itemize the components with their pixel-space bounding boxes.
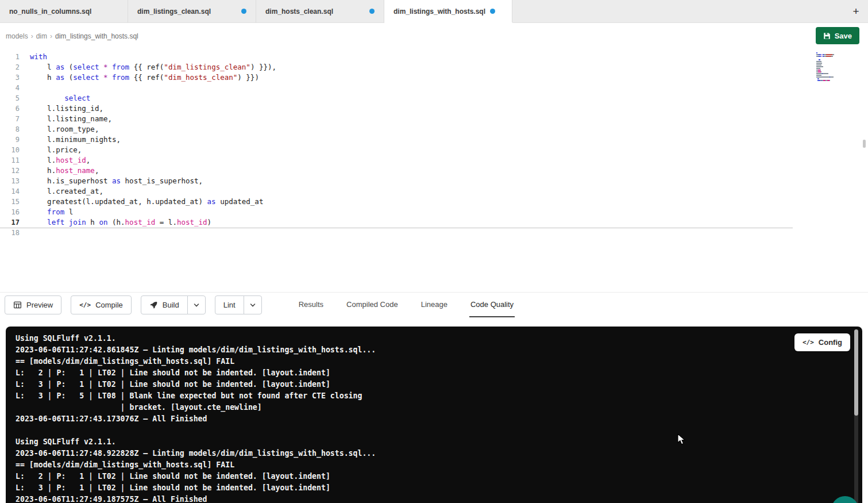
breadcrumb-item[interactable]: models: [6, 32, 28, 40]
terminal-line: 2023-06-06T11:27:42.861845Z — Linting mo…: [16, 344, 839, 356]
code-line[interactable]: 12 h.host_name,: [0, 166, 793, 176]
ide-window: no_nulls_in_columns.sqldim_listings_clea…: [0, 0, 868, 503]
compile-code-icon: </>: [79, 301, 91, 309]
tab-label: dim_hosts_clean.sql: [265, 7, 333, 16]
breadcrumb-item[interactable]: dim_listings_with_hosts.sql: [55, 32, 138, 40]
build-split-button: Build: [141, 295, 206, 314]
line-number: 13: [0, 176, 20, 186]
editor-tab[interactable]: dim_listings_clean.sql: [128, 0, 256, 22]
panel-tab-lineage[interactable]: Lineage: [420, 293, 449, 317]
code-line[interactable]: 2 l as (select * from {{ ref("dim_listin…: [0, 62, 793, 72]
line-number: 4: [0, 83, 20, 93]
terminal-line: [16, 425, 839, 436]
editor-tab[interactable]: no_nulls_in_columns.sql: [0, 0, 128, 22]
code-line[interactable]: 10 l.price,: [0, 145, 793, 155]
terminal-panel: Using SQLFluff v2.1.1.2023-06-06T11:27:4…: [6, 327, 862, 503]
line-number: 17: [0, 217, 20, 228]
terminal-scrollbar[interactable]: [854, 329, 858, 503]
tab-strip: no_nulls_in_columns.sqldim_listings_clea…: [0, 0, 512, 22]
line-number: 1: [0, 52, 20, 62]
build-dropdown-button[interactable]: [187, 295, 206, 314]
terminal-line: 2023-06-06T11:27:49.187575Z — All Finish…: [16, 494, 839, 503]
code-line[interactable]: 15 greatest(l.updated_at, h.updated_at) …: [0, 197, 793, 207]
lint-dropdown-button[interactable]: [244, 295, 262, 314]
line-number: 6: [0, 103, 20, 114]
save-label: Save: [835, 32, 852, 40]
code-line[interactable]: 4: [0, 83, 793, 93]
panel-tab-compiled-code[interactable]: Compiled Code: [345, 293, 399, 317]
code-line[interactable]: 3 h as (select * from {{ ref("dim_hosts_…: [0, 72, 793, 83]
mouse-cursor-icon: [677, 433, 688, 446]
code-text: l.price,: [30, 145, 82, 155]
code-text: l as (select * from {{ ref("dim_listings…: [30, 62, 276, 72]
code-editor[interactable]: 1with2 l as (select * from {{ ref("dim_l…: [0, 49, 868, 292]
lint-config-button[interactable]: </> Config: [794, 333, 850, 351]
lint-button[interactable]: Lint: [215, 295, 244, 314]
code-text: greatest(l.updated_at, h.updated_at) as …: [30, 197, 263, 207]
code-lines: 1with2 l as (select * from {{ ref("dim_l…: [0, 52, 868, 238]
line-number: 3: [0, 72, 20, 83]
code-text: left join h on (h.host_id = l.host_id): [30, 217, 211, 228]
code-line[interactable]: 5 select: [0, 93, 793, 103]
minimap[interactable]: [816, 52, 859, 83]
unsaved-indicator-icon: [490, 9, 495, 14]
code-line[interactable]: 1with: [0, 52, 793, 62]
path-bar: models›dim›dim_listings_with_hosts.sql S…: [0, 23, 868, 49]
code-line[interactable]: 18: [0, 228, 793, 238]
minimap-line: [816, 63, 859, 64]
code-icon: </>: [803, 339, 814, 346]
minimap-line: [816, 78, 859, 79]
line-number: 12: [0, 166, 20, 176]
line-number: 18: [0, 228, 20, 238]
code-line[interactable]: 7 l.listing_name,: [0, 114, 793, 124]
terminal-line: Using SQLFluff v2.1.1.: [16, 436, 839, 448]
terminal-line: 2023-06-06T11:27:43.173076Z — All Finish…: [16, 413, 839, 425]
tab-label: no_nulls_in_columns.sql: [9, 7, 91, 16]
minimap-line: [816, 61, 859, 62]
minimap-line: [816, 71, 859, 72]
panel-tab-results[interactable]: Results: [298, 293, 325, 317]
code-line[interactable]: 13 h.is_superhost as host_is_superhost,: [0, 176, 793, 186]
save-button[interactable]: Save: [816, 27, 859, 44]
tab-label: dim_listings_with_hosts.sql: [394, 7, 485, 16]
compile-button[interactable]: </> Compile: [71, 295, 132, 314]
minimap-line: [816, 57, 859, 59]
unsaved-indicator-icon: [369, 9, 375, 14]
breadcrumb-separator: ›: [31, 32, 33, 40]
code-line[interactable]: 8 l.room_type,: [0, 124, 793, 135]
chevron-down-icon: [193, 302, 200, 309]
editor-tab[interactable]: dim_listings_with_hosts.sql: [384, 0, 512, 22]
minimap-line: [816, 56, 859, 57]
panel-tab-code-quality[interactable]: Code Quality: [469, 293, 515, 317]
minimap-line: [816, 66, 859, 67]
line-number: 7: [0, 114, 20, 124]
minimap-line: [816, 73, 859, 74]
line-number: 11: [0, 155, 20, 166]
terminal-line: Using SQLFluff v2.1.1.: [16, 333, 839, 344]
line-number: 14: [0, 186, 20, 197]
code-line[interactable]: 14 l.created_at,: [0, 186, 793, 197]
terminal-scrollbar-thumb[interactable]: [854, 329, 858, 416]
breadcrumb-item[interactable]: dim: [36, 32, 47, 40]
tab-label: dim_listings_clean.sql: [137, 7, 211, 16]
code-line[interactable]: 9 l.minimum_nights,: [0, 135, 793, 145]
build-button[interactable]: Build: [141, 295, 188, 314]
code-text: with: [30, 52, 47, 62]
code-line[interactable]: 16 from l: [0, 207, 793, 217]
new-tab-button[interactable]: +: [844, 0, 868, 22]
line-number: 5: [0, 93, 20, 103]
code-line[interactable]: 11 l.host_id,: [0, 155, 793, 166]
minimap-line: [816, 70, 859, 71]
minimap-line: [816, 52, 859, 53]
terminal-line: L: 3 | P: 1 | LT02 | Line should not be …: [16, 379, 839, 390]
terminal-line: 2023-06-06T11:27:48.922828Z — Linting mo…: [16, 448, 839, 459]
code-line[interactable]: 17 left join h on (h.host_id = l.host_id…: [0, 217, 793, 228]
preview-button[interactable]: Preview: [5, 295, 61, 314]
code-text: from l: [30, 207, 73, 217]
editor-scrollbar-thumb[interactable]: [863, 140, 866, 148]
minimap-line: [816, 80, 859, 81]
code-line[interactable]: 6 l.listing_id,: [0, 103, 793, 114]
terminal-line: L: 3 | P: 1 | LT02 | Line should not be …: [16, 482, 839, 494]
editor-tab[interactable]: dim_hosts_clean.sql: [256, 0, 384, 22]
chevron-down-icon: [249, 302, 256, 309]
